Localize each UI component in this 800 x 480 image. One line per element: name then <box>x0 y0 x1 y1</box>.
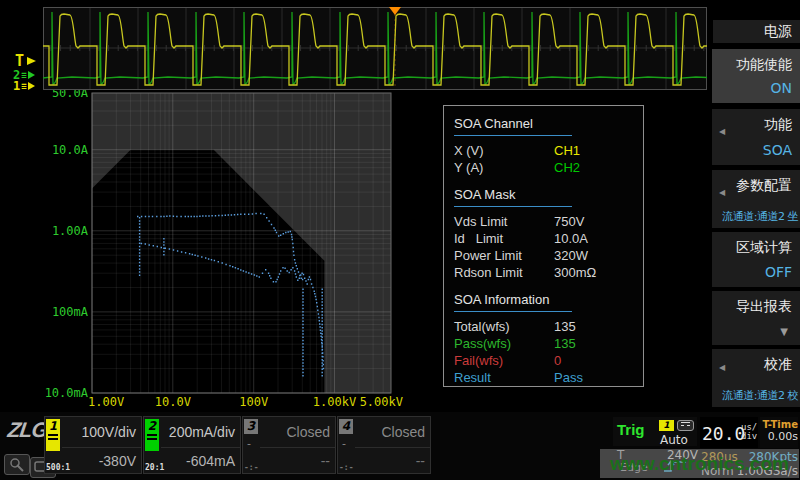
row-label: Power Limit <box>454 247 554 264</box>
menu-item-function-enable[interactable]: 功能使能 ON <box>712 49 800 103</box>
pass-wfs-value: 135 <box>554 335 576 352</box>
row-label: Pass(wfs) <box>454 335 554 352</box>
channel1-probe-ratio: 500:1 <box>46 463 70 472</box>
rdson-limit-value: 300mΩ <box>554 264 596 281</box>
chevron-down-icon: ▼ <box>780 326 788 337</box>
menu-label: 功能使能 <box>736 56 792 74</box>
touch-icon[interactable] <box>4 454 30 475</box>
row-label: Fail(wfs) <box>454 352 554 369</box>
trigger-coupling-icon <box>677 420 694 431</box>
row-label: Id Limit <box>454 230 554 247</box>
row-label: X (V) <box>454 142 554 159</box>
timebase-readout[interactable]: 20.0 us/ div <box>700 417 758 448</box>
svg-text:10.0V: 10.0V <box>155 395 191 409</box>
channel2-info[interactable]: 2 200mA/div -604mA 20:1 <box>143 416 241 474</box>
menu-label: 区域计算 <box>736 239 792 257</box>
channel3-probe-ratio: -:- <box>244 463 258 472</box>
menu-label: 参数配置 <box>736 177 792 195</box>
channel4-coupling-off: - <box>342 437 346 450</box>
menu-item-export-report[interactable]: 导出报表 ▼ <box>712 291 800 345</box>
soa-channel-section: SOA Channel X (V)CH1 Y (A)CH2 <box>454 116 643 176</box>
total-wfs-value: 135 <box>554 318 576 335</box>
row-label: Y (A) <box>454 159 554 176</box>
channel1-ground-marker[interactable]: 1 ≡ <box>13 79 35 93</box>
channel1-info[interactable]: 1 100V/div -380V 500:1 <box>44 416 142 474</box>
menu-label: 导出报表 <box>736 298 792 316</box>
channel3-info[interactable]: 3 - Closed -- -:- <box>242 416 336 474</box>
x-channel-value: CH1 <box>554 142 580 159</box>
timebase-value: 20.0 <box>702 423 745 444</box>
section-title: SOA Mask <box>454 187 572 207</box>
svg-text:1.00A: 1.00A <box>52 224 89 238</box>
menu-item-area-calc[interactable]: 区域计算 OFF <box>712 232 800 287</box>
menu-value: ON <box>771 80 793 96</box>
power-label: 电源 <box>764 23 792 41</box>
svg-text:50.0A: 50.0A <box>52 90 89 100</box>
ground-icon: ≡ <box>21 82 26 91</box>
menu-label: 功能 <box>764 116 792 134</box>
menu-value: 流通道:通道2 坐 <box>722 209 798 224</box>
trigger-label: Trig <box>617 421 645 438</box>
waveform-strip <box>43 7 707 90</box>
trigger-source-badge: 1 <box>659 420 674 431</box>
channel1-marker-label: 1 <box>13 79 20 93</box>
arrow-left-icon: ◀ <box>719 363 725 372</box>
svg-text:100V: 100V <box>239 395 268 409</box>
t-time-value: 0.00s <box>760 430 798 443</box>
channel4-info[interactable]: 4 - Closed -- -:- <box>337 416 431 474</box>
menu-label: 校准 <box>764 356 792 374</box>
svg-text:10.0mA: 10.0mA <box>45 386 89 400</box>
watermark: www.cntronics.com <box>600 449 799 478</box>
menu-item-calibration[interactable]: ◀ 校准 流通道:通道2 校 <box>712 349 800 407</box>
fail-wfs-value: 0 <box>554 352 561 369</box>
row-label: Vds Limit <box>454 213 554 230</box>
channel4-badge: 4 <box>339 419 353 434</box>
channel2-probe-ratio: 20:1 <box>145 463 164 472</box>
soa-information-section: SOA Information Total(wfs)135 Pass(wfs)1… <box>454 292 643 386</box>
arrow-left-icon: ◀ <box>719 127 725 136</box>
menu-header-power[interactable]: 电源 <box>713 20 800 43</box>
menu-value: SOA <box>763 142 792 158</box>
section-title: SOA Information <box>454 292 572 312</box>
right-arrow-icon <box>27 57 36 65</box>
dc-coupling-icon <box>147 434 157 436</box>
menu-value: OFF <box>765 264 792 280</box>
menu-item-function[interactable]: ◀ 功能 SOA <box>712 109 800 165</box>
channel2-badge: 2 <box>145 419 159 451</box>
row-label: Rdson Limit <box>454 264 554 281</box>
result-value: Pass <box>554 369 583 386</box>
channel3-badge: 3 <box>244 419 258 434</box>
trigger-info[interactable]: Trig 1 Auto <box>613 417 697 446</box>
channel2-scale: 200mA/div <box>169 424 235 440</box>
oscilloscope-screen: T 2 ≡ 1 ≡ 50.0A10.0A1.00A100mA10.0mA1.00… <box>0 0 800 480</box>
svg-text:1.00V: 1.00V <box>88 395 124 409</box>
svg-text:5.00kV: 5.00kV <box>360 395 403 409</box>
channel3-offset: -- <box>321 453 330 469</box>
y-channel-value: CH2 <box>554 159 580 176</box>
soa-chart: 50.0A10.0A1.00A100mA10.0mA1.00V10.0V100V… <box>40 90 420 412</box>
channel3-scale: Closed <box>286 424 330 440</box>
power-limit-value: 320W <box>554 247 588 264</box>
id-limit-value: 10.0A <box>554 230 588 247</box>
dc-coupling-icon <box>48 434 58 436</box>
t-time-label: T-Time <box>760 419 798 430</box>
menu-item-parameter-config[interactable]: ◀ 参数配置 流通道:通道2 坐 <box>712 170 800 228</box>
channel3-coupling-off: - <box>247 437 251 450</box>
channel1-badge: 1 <box>46 419 60 451</box>
right-arrow-icon <box>28 82 35 90</box>
channel4-offset: -- <box>416 453 425 469</box>
vds-limit-value: 750V <box>554 213 584 230</box>
soa-mask-section: SOA Mask Vds Limit750V Id Limit10.0A Pow… <box>454 187 643 281</box>
section-title: SOA Channel <box>454 116 572 136</box>
channel1-scale: 100V/div <box>82 424 136 440</box>
right-arrow-icon <box>28 71 35 79</box>
svg-text:10.0A: 10.0A <box>52 143 89 157</box>
row-label: Result <box>454 369 554 386</box>
svg-text:100mA: 100mA <box>52 305 89 319</box>
arrow-left-icon: ◀ <box>719 188 725 197</box>
menu-value: 流通道:通道2 校 <box>722 388 798 403</box>
row-label: Total(wfs) <box>454 318 554 335</box>
soa-info-panel: SOA Channel X (V)CH1 Y (A)CH2 SOA Mask V… <box>443 105 644 387</box>
svg-text:1.00kV: 1.00kV <box>313 395 356 409</box>
channel2-offset: -604mA <box>186 453 235 469</box>
